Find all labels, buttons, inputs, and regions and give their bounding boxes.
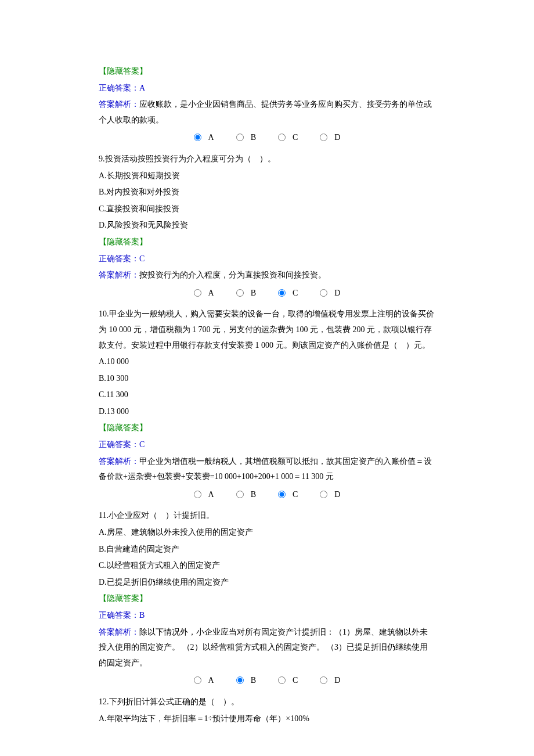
radio-label: C [293,130,298,146]
radio-option-d[interactable]: D [320,286,340,301]
radio-option-a[interactable]: A [194,487,214,503]
radio-option-d[interactable]: D [320,130,340,146]
radio-option-b[interactable]: B [236,286,256,301]
hide-answer-link[interactable]: 【隐藏答案】 [99,64,435,80]
radio-option-b[interactable]: B [236,487,256,503]
hide-answer-link[interactable]: 【隐藏答案】 [99,591,435,607]
correct-answer-label: 正确答案： [99,84,139,92]
correct-answer-label: 正确答案： [99,440,139,449]
radio-option-c[interactable]: C [278,130,298,146]
radio-label: B [251,130,256,146]
radio-label: A [208,487,214,503]
radio-option-d[interactable]: D [320,673,340,689]
radio-label: C [293,487,298,503]
radio-option-a[interactable]: A [194,673,214,689]
analysis-label: 答案解析： [99,100,139,109]
radio-label: A [208,130,214,146]
radio-option-b[interactable]: B [236,673,256,689]
question-stem: 11.小企业应对（ ）计提折旧。 [99,508,435,524]
question-stem: 9.投资活动按照投资行为介入程度可分为（ ）。 [99,152,435,167]
option-a: A.10 000 [99,354,435,370]
analysis-text: 按投资行为的介入程度，分为直接投资和间接投资。 [139,271,326,279]
radio-label: B [251,673,256,689]
question-stem: 12.下列折旧计算公式正确的是（ ）。 [99,694,435,710]
option-b: B.对内投资和对外投资 [99,185,435,200]
radio-label: B [251,286,256,301]
radio-option-a[interactable]: A [194,130,214,146]
radio-label: C [293,286,298,301]
radio-option-c[interactable]: C [278,487,298,503]
correct-answer-label: 正确答案： [99,254,139,263]
correct-answer-value: C [139,254,145,263]
option-a: A.长期投资和短期投资 [99,168,435,184]
answer-radio-group: A B C D [99,673,435,689]
radio-option-d[interactable]: D [320,487,340,503]
hide-answer-link[interactable]: 【隐藏答案】 [99,235,435,250]
radio-option-a[interactable]: A [194,286,214,301]
analysis-text: 甲企业为增值税一般纳税人，其增值税额可以抵扣，故其固定资产的入账价值＝设备价款+… [99,457,432,481]
option-b: B.自营建造的固定资产 [99,542,435,557]
analysis-text: 应收账款，是小企业因销售商品、提供劳务等业务应向购买方、接受劳务的单位或个人收取… [99,100,432,124]
option-c: C.以经营租赁方式租入的固定资产 [99,558,435,574]
radio-label: D [334,673,340,689]
analysis-text: 除以下情况外，小企业应当对所有固定资产计提折旧：（1）房屋、建筑物以外未投入使用… [99,628,428,667]
radio-label: D [334,130,340,146]
option-d: D.风险投资和无风险投资 [99,218,435,233]
analysis-label: 答案解析： [99,457,139,466]
option-d: D.13 000 [99,404,435,420]
radio-label: A [208,673,214,689]
radio-option-b[interactable]: B [236,130,256,146]
correct-answer-value: C [139,440,145,449]
correct-answer-label: 正确答案： [99,611,139,620]
radio-label: D [334,487,340,503]
radio-label: B [251,487,256,503]
option-a: A.房屋、建筑物以外未投入使用的固定资产 [99,525,435,541]
correct-answer-value: A [139,84,145,92]
option-c: C.直接投资和间接投资 [99,201,435,217]
hide-answer-link[interactable]: 【隐藏答案】 [99,420,435,436]
analysis-label: 答案解析： [99,271,139,279]
correct-answer-value: B [139,611,145,620]
radio-label: A [208,286,214,301]
radio-option-c[interactable]: C [278,673,298,689]
radio-option-c[interactable]: C [278,286,298,301]
answer-radio-group: A B C D [99,286,435,301]
option-a: A.年限平均法下，年折旧率＝1÷预计使用寿命（年）×100% [99,711,435,727]
answer-radio-group: A B C D [99,487,435,503]
radio-label: D [334,286,340,301]
option-d: D.已提足折旧仍继续使用的固定资产 [99,575,435,591]
option-b: B.10 300 [99,371,435,387]
question-stem: 10.甲企业为一般纳税人，购入需要安装的设备一台，取得的增值税专用发票上注明的设… [99,307,435,353]
answer-radio-group: A B C D [99,130,435,146]
option-c: C.11 300 [99,387,435,403]
radio-label: C [293,673,298,689]
analysis-label: 答案解析： [99,628,139,636]
